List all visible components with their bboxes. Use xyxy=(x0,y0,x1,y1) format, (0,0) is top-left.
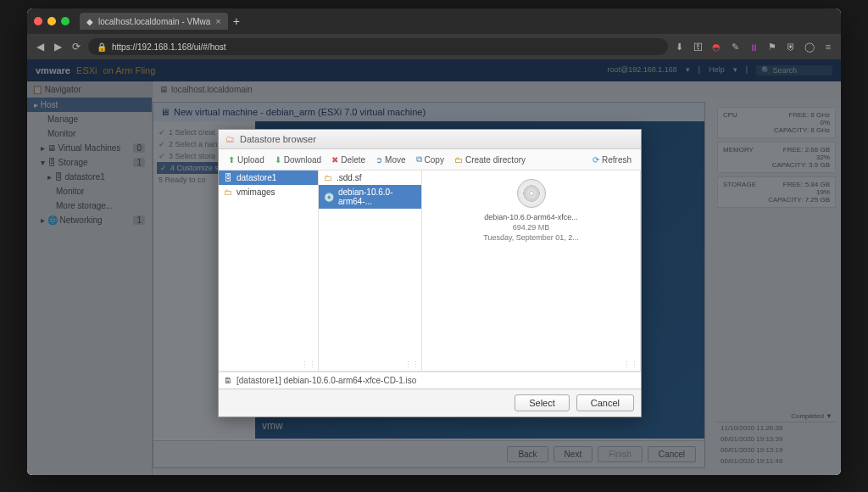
ext-menu-icon[interactable]: ≡ xyxy=(822,42,834,53)
column-datastores: 🗄datastore1 🗀vmimages ⋮⋮ xyxy=(219,171,319,371)
download-icon: ⬇ xyxy=(275,155,281,165)
move-icon: ➲ xyxy=(376,155,382,165)
datastore-icon: 🗂 xyxy=(225,134,235,144)
column-resize-handle[interactable]: ⋮⋮ xyxy=(301,361,316,369)
folder-icon: 🗀 xyxy=(324,173,332,182)
window-minimize[interactable] xyxy=(47,17,56,25)
preview-size: 694.29 MB xyxy=(427,223,635,232)
copy-icon: ⧉ xyxy=(416,154,422,165)
selected-path: 🗎 [datastore1] debian-10.6.0-arm64-xfce-… xyxy=(219,372,641,389)
tab-title: localhost.localdomain - VMwa xyxy=(98,17,210,26)
disc-icon: 💿 xyxy=(324,193,334,202)
browser-address-bar: ◀ ▶ ⟳ 🔒 https://192.168.1.168/ui/#/host … xyxy=(27,34,841,59)
delete-icon: ✖ xyxy=(331,155,338,165)
nav-reload-icon[interactable]: ⟳ xyxy=(70,39,83,54)
cancel-button[interactable]: Cancel xyxy=(576,394,634,411)
file-item-sdd[interactable]: 🗀.sdd.sf xyxy=(319,171,421,185)
nav-forward-icon[interactable]: ▶ xyxy=(52,39,64,54)
url-text: https://192.168.1.168/ui/#/host xyxy=(112,42,226,52)
close-tab-icon[interactable]: × xyxy=(215,16,220,26)
lock-icon: 🔒 xyxy=(97,42,107,52)
move-button[interactable]: ➲Move xyxy=(371,153,409,166)
dialog-title: Datastore browser xyxy=(240,134,316,144)
ext-security-icon[interactable]: ◓ xyxy=(710,42,722,53)
preview-filename: debian-10.6.0-arm64-xfce... xyxy=(427,213,635,221)
delete-button[interactable]: ✖Delete xyxy=(327,153,370,166)
ext-bars-icon[interactable]: ⫼ xyxy=(748,42,760,53)
window-maximize[interactable] xyxy=(61,17,70,25)
folder-icon: 🗀 xyxy=(224,187,232,197)
browser-tab-bar: ◆ localhost.localdomain - VMwa × + xyxy=(27,8,841,34)
new-tab-button[interactable]: + xyxy=(233,14,240,28)
copy-button[interactable]: ⧉Copy xyxy=(412,153,448,166)
column-resize-handle[interactable]: ⋮⋮ xyxy=(404,361,420,369)
iso-disc-icon xyxy=(517,179,546,208)
upload-icon: ⬆ xyxy=(228,155,235,165)
ext-flag-icon[interactable]: ⚑ xyxy=(766,42,778,53)
dialog-title-bar: 🗂 Datastore browser xyxy=(219,130,641,149)
column-files: 🗀.sdd.sf 💿debian-10.6.0-arm64-... ⋮⋮ xyxy=(319,171,422,371)
ext-download-icon[interactable]: ⬇ xyxy=(673,42,685,53)
datastore-item-datastore1[interactable]: 🗄datastore1 xyxy=(219,171,318,185)
select-button[interactable]: Select xyxy=(515,394,570,411)
column-resize-handle[interactable]: ⋮⋮ xyxy=(623,361,638,369)
ext-key-icon[interactable]: ⚿ xyxy=(692,42,704,53)
ext-user-icon[interactable]: ◯ xyxy=(804,42,815,53)
ext-shield-icon[interactable]: ⛨ xyxy=(785,42,797,53)
datastore-browser-dialog: 🗂 Datastore browser ⬆Upload ⬇Download ✖D… xyxy=(218,129,642,417)
ext-clip-icon[interactable]: ✎ xyxy=(729,42,741,53)
create-directory-button[interactable]: 🗀Create directory xyxy=(450,153,530,166)
datastore-icon: 🗄 xyxy=(224,173,232,182)
window-close[interactable] xyxy=(34,17,42,25)
file-icon: 🗎 xyxy=(224,376,232,385)
datastore-item-vmimages[interactable]: 🗀vmimages xyxy=(219,185,318,199)
vmware-favicon-icon: ◆ xyxy=(86,17,93,26)
preview-date: Tuesday, September 01, 2... xyxy=(427,233,635,242)
path-text: [datastore1] debian-10.6.0-arm64-xfce-CD… xyxy=(236,376,416,385)
refresh-icon: ⟳ xyxy=(593,155,599,165)
download-button[interactable]: ⬇Download xyxy=(270,153,326,166)
dialog-toolbar: ⬆Upload ⬇Download ✖Delete ➲Move ⧉Copy 🗀C… xyxy=(219,149,641,171)
upload-button[interactable]: ⬆Upload xyxy=(224,153,269,166)
browser-tab[interactable]: ◆ localhost.localdomain - VMwa × xyxy=(80,13,228,30)
folder-plus-icon: 🗀 xyxy=(454,155,463,165)
nav-back-icon[interactable]: ◀ xyxy=(34,39,47,54)
column-preview: debian-10.6.0-arm64-xfce... 694.29 MB Tu… xyxy=(422,171,641,371)
refresh-button[interactable]: ⟳Refresh xyxy=(588,153,636,166)
url-input[interactable]: 🔒 https://192.168.1.168/ui/#/host xyxy=(88,38,668,55)
file-item-iso[interactable]: 💿debian-10.6.0-arm64-... xyxy=(319,185,421,209)
